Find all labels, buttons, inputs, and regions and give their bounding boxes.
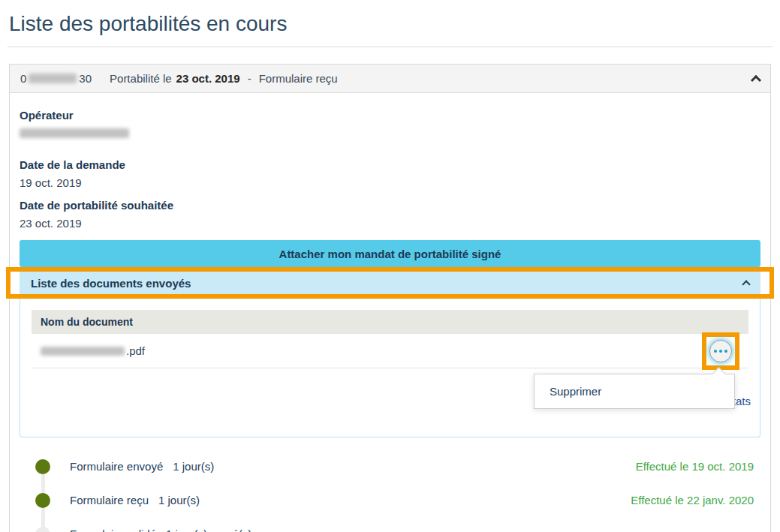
portability-card-body: Opérateur Date de la demande 19 oct. 201… <box>10 93 770 532</box>
timeline-step: Formulaire validé 1 jour(s) ouvré(s) <box>20 517 760 532</box>
title-divider <box>8 47 772 47</box>
step-label: Formulaire validé <box>70 527 156 532</box>
phone-number: 0 30 <box>20 72 92 85</box>
summary-prefix: Portabilité le <box>110 72 172 85</box>
summary-date: 23 oct. 2019 <box>176 72 240 85</box>
document-actions-menu: Supprimer <box>534 374 735 409</box>
redacted-operator-name <box>20 128 129 138</box>
table-row: .pdf <box>32 334 748 368</box>
redacted-document-filename <box>41 347 125 356</box>
portability-card-header[interactable]: 0 30 Portabilité le 23 oct. 2019 - Formu… <box>10 65 770 93</box>
request-date-value: 19 oct. 2019 <box>20 176 760 189</box>
document-file-extension: .pdf <box>126 344 145 357</box>
operator-label: Opérateur <box>20 109 760 122</box>
sent-documents-accordion-label: Liste des documents envoyés <box>31 277 191 290</box>
portability-timeline: Formulaire envoyé 1 jour(s) Effectué le … <box>20 449 760 532</box>
step-pending-dot-icon <box>35 527 50 532</box>
step-status: Effectué le 22 janv. 2020 <box>631 494 754 506</box>
document-name-column-header: Nom du document <box>41 316 133 328</box>
port-date-label: Date de portabilité souhaitée <box>20 199 760 212</box>
sent-documents-panel: Nom du document .pdf tats <box>20 299 760 437</box>
portability-page: Liste des portabilités en cours 0 30 Por… <box>0 0 780 532</box>
request-date-label: Date de la demande <box>20 158 760 171</box>
step-duration: 1 jour(s) <box>173 460 214 473</box>
phone-number-suffix: 30 <box>79 72 92 85</box>
ellipsis-icon[interactable] <box>709 340 732 362</box>
step-duration: 1 jour(s) <box>158 494 200 506</box>
step-label: Formulaire reçu <box>70 494 149 506</box>
attach-mandate-button[interactable]: Attacher mon mandat de portabilité signé <box>20 240 760 267</box>
timeline-step: Formulaire envoyé 1 jour(s) Effectué le … <box>20 449 760 483</box>
highlight-rectangle-accordion: Liste des documents envoyés <box>6 267 774 299</box>
documents-table-header: Nom du document <box>32 310 748 334</box>
summary-separator: - <box>248 72 251 85</box>
portability-card: 0 30 Portabilité le 23 oct. 2019 - Formu… <box>9 64 771 532</box>
step-duration: 1 jour(s) ouvré(s) <box>166 527 251 532</box>
redacted-phone-number <box>29 74 77 83</box>
partially-hidden-link[interactable]: tats <box>733 395 751 407</box>
chevron-up-icon[interactable] <box>751 75 761 86</box>
step-done-dot-icon <box>35 493 50 508</box>
step-done-dot-icon <box>35 459 50 474</box>
summary-status: Formulaire reçu <box>259 72 338 85</box>
step-status: Effectué le 19 oct. 2019 <box>636 460 754 473</box>
portability-summary: Portabilité le 23 oct. 2019 - Formulaire… <box>110 72 338 85</box>
highlight-rectangle-more-button <box>702 332 739 370</box>
timeline-step: Formulaire reçu 1 jour(s) Effectué le 22… <box>20 483 760 517</box>
page-title: Liste des portabilités en cours <box>0 0 780 47</box>
menu-item-delete[interactable]: Supprimer <box>535 374 734 408</box>
chevron-up-icon[interactable] <box>742 280 750 288</box>
phone-number-prefix: 0 <box>20 72 26 85</box>
step-label: Formulaire envoyé <box>70 460 163 473</box>
sent-documents-accordion[interactable]: Liste des documents envoyés <box>20 272 760 294</box>
port-date-value: 23 oct. 2019 <box>20 217 760 230</box>
